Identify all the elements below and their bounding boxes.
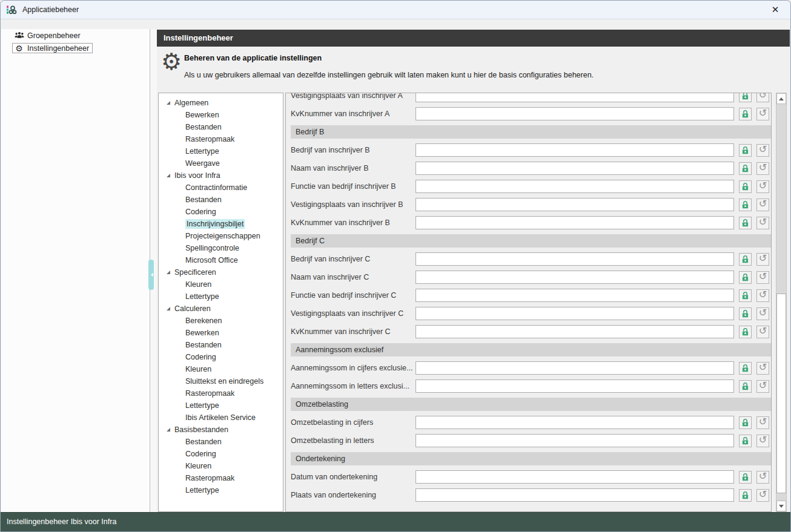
undo-button[interactable]: ↺ (756, 271, 769, 284)
undo-button[interactable]: ↺ (756, 289, 769, 302)
field-input[interactable] (415, 470, 734, 484)
tree-node-child[interactable]: Lettertype (159, 291, 283, 303)
tree-node-child[interactable]: Contractinformatie (159, 182, 283, 194)
lock-button[interactable] (739, 489, 752, 502)
field-input[interactable] (415, 93, 734, 102)
field-input[interactable] (415, 180, 734, 193)
field-input[interactable] (415, 416, 734, 429)
scroll-up-button[interactable] (776, 93, 786, 104)
tree-node-root[interactable]: Specificeren (159, 266, 283, 278)
tree-node-child[interactable]: Kleuren (159, 278, 283, 291)
sidebar-collapse-handle[interactable] (148, 260, 154, 290)
undo-button[interactable]: ↺ (756, 162, 769, 175)
close-icon[interactable]: ✕ (766, 1, 784, 19)
undo-button[interactable]: ↺ (756, 199, 769, 211)
tree-node-child[interactable]: Kleuren (159, 363, 283, 375)
field-input[interactable] (415, 162, 734, 175)
undo-button[interactable]: ↺ (756, 489, 769, 502)
lock-button[interactable] (739, 108, 752, 120)
tree-node-child[interactable]: Bestanden (159, 436, 283, 448)
lock-button[interactable] (739, 471, 752, 484)
field-input[interactable] (415, 143, 734, 157)
field-input[interactable] (415, 198, 734, 211)
lock-button[interactable] (739, 380, 752, 393)
tree-node-child[interactable]: Codering (159, 206, 283, 218)
tree-node-root[interactable]: Basisbestanden (159, 424, 283, 436)
undo-button[interactable]: ↺ (756, 217, 769, 229)
lock-button[interactable] (739, 289, 752, 302)
tree-expander-icon[interactable] (166, 173, 171, 178)
undo-button[interactable]: ↺ (756, 326, 769, 338)
tree-node-child[interactable]: Bewerken (159, 109, 283, 121)
undo-button[interactable]: ↺ (756, 144, 769, 157)
tree-node-root[interactable]: Algemeen (159, 97, 283, 109)
undo-button[interactable]: ↺ (756, 253, 769, 266)
lock-button[interactable] (739, 162, 752, 175)
field-input[interactable] (415, 307, 734, 320)
lock-button[interactable] (739, 93, 752, 102)
tree-node-child[interactable]: Berekenen (159, 315, 283, 327)
undo-button[interactable]: ↺ (756, 416, 769, 429)
tree-node-child[interactable]: Rasteropmaak (159, 472, 283, 484)
tree-node-child[interactable]: Spellingcontrole (159, 242, 283, 254)
tree-node-child[interactable]: Bewerken (159, 327, 283, 339)
field-input[interactable] (415, 434, 734, 447)
tree-node-child[interactable]: Bestanden (159, 339, 283, 351)
undo-button[interactable]: ↺ (756, 307, 769, 320)
lock-button[interactable] (739, 180, 752, 193)
tree-node-root[interactable]: Ibis voor Infra (159, 169, 283, 182)
tree-node-child[interactable]: Codering (159, 448, 283, 460)
field-input[interactable] (415, 361, 734, 375)
undo-button[interactable]: ↺ (756, 380, 769, 393)
tree-node-child[interactable]: Lettertype (159, 484, 283, 496)
undo-button[interactable]: ↺ (756, 471, 769, 484)
sidebar-item-instellingenbeheer[interactable]: ⚙ Instellingenbeheer (12, 43, 93, 53)
tree-node-child[interactable]: Sluittekst en eindregels (159, 375, 283, 387)
scroll-down-button[interactable] (776, 501, 786, 511)
lock-button[interactable] (739, 416, 752, 429)
field-input[interactable] (415, 216, 734, 229)
undo-button[interactable]: ↺ (756, 362, 769, 375)
vertical-scrollbar[interactable] (776, 93, 787, 512)
tree-expander-icon[interactable] (166, 306, 171, 311)
field-input[interactable] (415, 271, 734, 284)
field-input[interactable] (415, 325, 734, 338)
lock-button[interactable] (739, 253, 752, 266)
field-input[interactable] (415, 379, 734, 393)
lock-button[interactable] (739, 271, 752, 284)
lock-button[interactable] (739, 199, 752, 211)
tree-node-child[interactable]: Ibis Artikelen Service (159, 412, 283, 424)
tree-node-child[interactable]: Rasteropmaak (159, 133, 283, 145)
tree-node-child[interactable]: Rasteropmaak (159, 387, 283, 399)
scrollbar-thumb[interactable] (776, 294, 786, 493)
undo-button[interactable]: ↺ (756, 435, 769, 447)
undo-button[interactable]: ↺ (756, 180, 769, 193)
tree-node-child[interactable]: Bestanden (159, 194, 283, 206)
field-input[interactable] (415, 107, 734, 120)
sidebar-item-groepenbeheer[interactable]: Groepenbeheer (12, 30, 84, 41)
tree-node-child[interactable]: Lettertype (159, 399, 283, 412)
field-input[interactable] (415, 252, 734, 266)
tree-node-child[interactable]: Microsoft Office (159, 254, 283, 266)
tree-expander-icon[interactable] (166, 100, 171, 105)
undo-button[interactable]: ↺ (756, 93, 769, 102)
tree-expander-icon[interactable] (166, 427, 171, 432)
lock-button[interactable] (739, 144, 752, 157)
tree-expander-icon[interactable] (166, 270, 171, 275)
tree-node-child[interactable]: Weergave (159, 157, 283, 169)
tree-node-child[interactable]: Bestanden (159, 121, 283, 133)
tree-node-child[interactable]: Inschrijvingsbiljet (159, 218, 283, 230)
tree-node-child[interactable]: Codering (159, 351, 283, 363)
tree-node-child[interactable]: Projecteigenschappen (159, 230, 283, 242)
tree-node-child[interactable]: Lettertype (159, 145, 283, 157)
field-input[interactable] (415, 488, 734, 502)
lock-button[interactable] (739, 307, 752, 320)
undo-button[interactable]: ↺ (756, 108, 769, 120)
lock-button[interactable] (739, 362, 752, 375)
lock-button[interactable] (739, 326, 752, 338)
lock-button[interactable] (739, 435, 752, 447)
tree-node-child[interactable]: Kleuren (159, 460, 283, 472)
tree-node-root[interactable]: Calculeren (159, 303, 283, 315)
lock-button[interactable] (739, 217, 752, 229)
field-input[interactable] (415, 289, 734, 302)
